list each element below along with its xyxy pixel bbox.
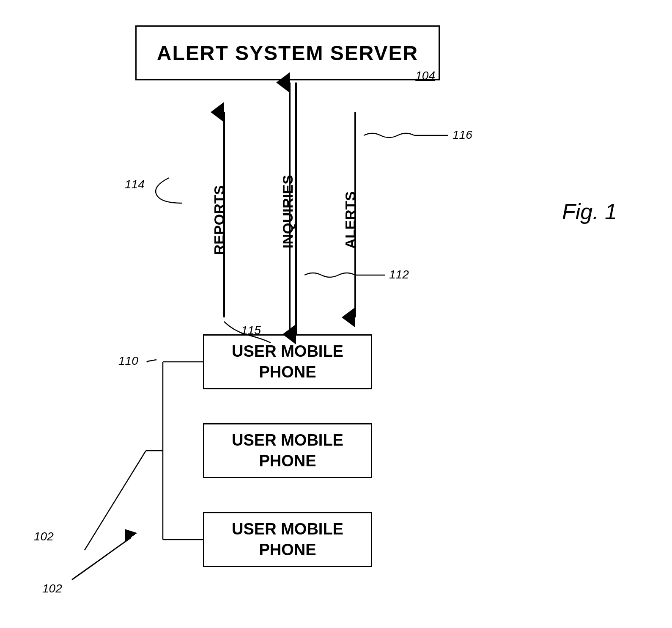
- reports-label: REPORTS: [211, 185, 227, 255]
- inquiries-label: INQUIRIES: [280, 175, 296, 248]
- ref-114-text: 114: [125, 178, 145, 191]
- bracket-to-102: [85, 451, 146, 550]
- alerts-label: ALERTS: [342, 191, 358, 249]
- ref-110-line: [147, 360, 157, 362]
- diagram-container: ALERT SYSTEM SERVER 104 USER MOBILEPHONE…: [0, 0, 672, 628]
- ref-110-text: 110: [118, 354, 138, 367]
- diagram-svg: INQUIRIES REPORTS 114 115 ALERTS 116 112…: [0, 0, 672, 628]
- ref-112-text: 112: [389, 268, 409, 281]
- ref-116-text: 116: [453, 128, 472, 141]
- wave-116: [364, 133, 414, 138]
- wave-112: [304, 273, 355, 277]
- ref-114-line: [156, 178, 182, 203]
- ref-115-text: 115: [241, 324, 261, 337]
- ref-102-text: 102: [42, 582, 62, 595]
- ref-102-arrow: [72, 537, 131, 580]
